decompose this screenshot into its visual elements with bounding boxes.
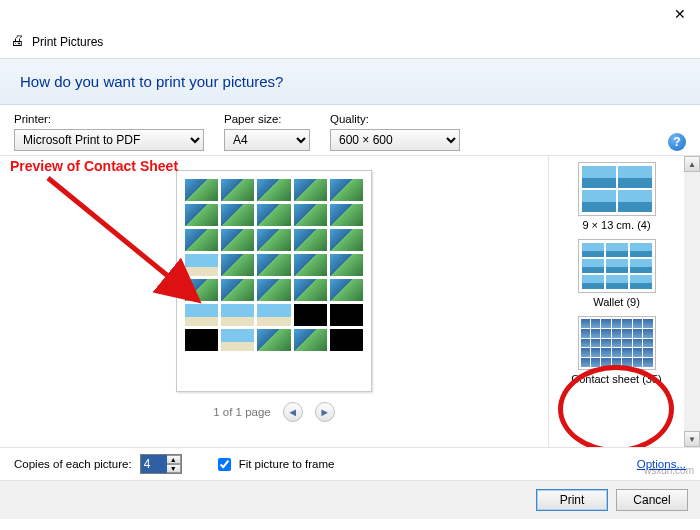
copies-stepper[interactable]: ▲ ▼ [140,454,182,474]
fit-frame-input[interactable] [218,458,231,471]
window-header: Print Pictures [0,32,700,58]
printer-label: Printer: [14,113,204,125]
body-area: Preview of Contact Sheet 1 of 1 page ◄ ► [0,155,700,447]
help-icon[interactable]: ? [668,133,686,151]
preview-pane: Preview of Contact Sheet 1 of 1 page ◄ ► [0,156,548,447]
quality-label: Quality: [330,113,460,125]
cancel-button[interactable]: Cancel [616,489,688,511]
prev-page-button[interactable]: ◄ [283,402,303,422]
prompt-text: How do you want to print your pictures? [20,73,283,90]
fit-frame-checkbox[interactable]: Fit picture to frame [214,455,335,474]
pager: 1 of 1 page ◄ ► [213,402,335,422]
copies-up-button[interactable]: ▲ [167,455,181,464]
printer-icon [10,34,26,50]
print-button[interactable]: Print [536,489,608,511]
layout-list[interactable]: 9 × 13 cm. (4) Wallet (9) Contact sheet … [549,156,684,447]
svg-line-0 [48,178,190,294]
contact-sheet-preview [176,170,372,392]
paper-size-select[interactable]: A4 [224,129,310,151]
window-title: Print Pictures [32,35,103,49]
annotation-label: Preview of Contact Sheet [10,158,178,174]
close-button[interactable]: ✕ [660,0,700,28]
layout-item-wallet[interactable]: Wallet (9) [578,239,656,308]
layout-label: Contact sheet (35) [571,373,662,385]
layout-item-9x13[interactable]: 9 × 13 cm. (4) [578,162,656,231]
watermark: wsxdn.com [644,465,694,476]
layout-pane: 9 × 13 cm. (4) Wallet (9) Contact sheet … [548,156,700,447]
copies-down-button[interactable]: ▼ [167,464,181,473]
pager-text: 1 of 1 page [213,406,271,418]
dialog-buttons: Print Cancel [0,480,700,519]
printer-select[interactable]: Microsoft Print to PDF [14,129,204,151]
quality-select[interactable]: 600 × 600 [330,129,460,151]
layout-label: 9 × 13 cm. (4) [582,219,650,231]
scroll-up-button[interactable]: ▲ [684,156,700,172]
footer-options: Copies of each picture: ▲ ▼ Fit picture … [0,447,700,480]
prompt-band: How do you want to print your pictures? [0,58,700,105]
fit-frame-label: Fit picture to frame [239,458,335,470]
paper-label: Paper size: [224,113,310,125]
layout-scrollbar[interactable]: ▲ ▼ [684,156,700,447]
next-page-button[interactable]: ► [315,402,335,422]
layout-item-contact-sheet[interactable]: Contact sheet (35) [571,316,662,385]
copies-input[interactable] [141,455,167,473]
titlebar: ✕ [0,0,700,32]
scroll-down-button[interactable]: ▼ [684,431,700,447]
print-controls: Printer: Microsoft Print to PDF Paper si… [0,105,700,155]
copies-label: Copies of each picture: [14,458,132,470]
layout-label: Wallet (9) [593,296,640,308]
